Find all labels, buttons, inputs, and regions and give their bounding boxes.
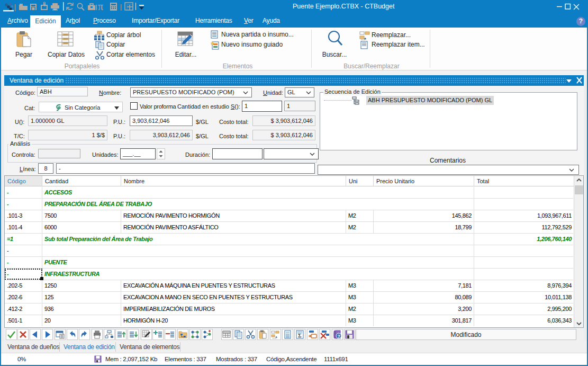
svg-text:π: π — [98, 1, 103, 12]
svg-text:Σ: Σ — [298, 333, 302, 338]
svg-text:?: ? — [338, 334, 341, 339]
